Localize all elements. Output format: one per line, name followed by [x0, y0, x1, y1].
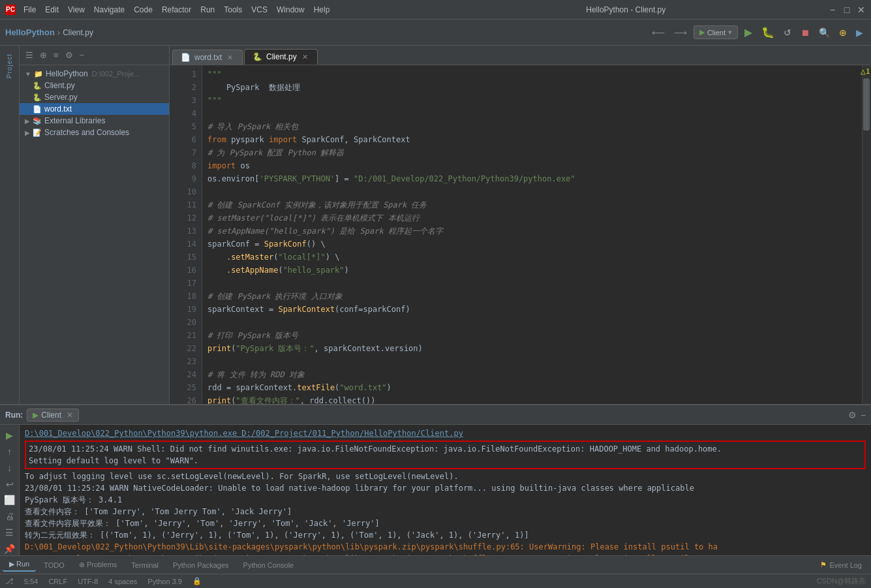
editor-tab-bar: 📄 word.txt ✕ 🐍 Client.py ✕: [170, 46, 871, 65]
code-content[interactable]: """ PySpark 数据处理 """ # 导入 PySpark 相关包 fr…: [202, 65, 862, 404]
menu-window[interactable]: Window: [273, 4, 309, 16]
panel-collapse-icon[interactable]: ≡: [52, 49, 61, 61]
tab-word-txt-close[interactable]: ✕: [226, 54, 234, 62]
run-panel-header: Run: ▶ Client ✕ ⚙ −: [0, 405, 871, 425]
tree-file-server-label: Server.py: [44, 93, 78, 102]
run-tab[interactable]: ▶ Client ✕: [27, 409, 79, 422]
run-restart-button[interactable]: ▶: [3, 429, 17, 442]
run-pin-button[interactable]: 📌: [3, 542, 17, 555]
code-editor[interactable]: 12345 678910 1112131415 1617181920 21222…: [170, 65, 862, 404]
tree-external-libs[interactable]: ▶ 📚 External Libraries: [20, 115, 169, 127]
menu-edit[interactable]: Edit: [41, 4, 63, 16]
tree-arrow-root: ▼: [25, 70, 31, 78]
bottom-tab-problems-label: ⊕ Problems: [79, 561, 117, 569]
run-output-cmd[interactable]: D:\001_Develop\022_Python\Python39\pytho…: [25, 427, 866, 439]
window-title: HelloPython - Client.py: [424, 5, 829, 14]
run-output-warn-box: 23/08/01 11:25:24 WARN Shell: Did not fi…: [25, 441, 866, 469]
main-toolbar: HelloPython › Client.py ⟵ ⟶ ▶ Client ▾ ▶…: [0, 20, 871, 46]
search-icon[interactable]: 🔍: [816, 26, 833, 39]
bottom-tab-python-console-label: Python Console: [243, 561, 294, 569]
menu-run[interactable]: Run: [196, 4, 219, 16]
run-config-dropdown[interactable]: ▶ Client ▾: [694, 25, 738, 39]
run-close-icon[interactable]: −: [861, 410, 866, 420]
bottom-tab-terminal[interactable]: Terminal: [125, 559, 165, 571]
run-label: Run:: [5, 410, 23, 420]
run-button[interactable]: ▶: [742, 25, 755, 40]
bottom-tab-todo[interactable]: TODO: [37, 559, 71, 571]
py-file-icon-2: 🐍: [33, 93, 42, 102]
debug-button[interactable]: 🐛: [759, 25, 777, 40]
project-tree: ▼ 📁 HelloPython D:\002_Proje... 🐍 Client…: [20, 65, 169, 404]
panel-close-icon[interactable]: −: [78, 49, 87, 61]
breadcrumb-file[interactable]: Client.py: [63, 28, 93, 37]
navigate-forward-icon[interactable]: ⟶: [671, 26, 690, 39]
editor-area: 📄 word.txt ✕ 🐍 Client.py ✕ 12345 678910 …: [170, 46, 871, 404]
minimize-button[interactable]: −: [828, 5, 837, 14]
run-clear-button[interactable]: ⬜: [3, 493, 17, 507]
menu-bar: File Edit View Navigate Code Refactor Ru…: [20, 4, 424, 16]
project-panel: ☰ ⊕ ≡ ⚙ − ▼ 📁 HelloPython D:\002_Proje..…: [20, 46, 170, 404]
bottom-tab-python-packages[interactable]: Python Packages: [166, 559, 236, 571]
ext-lib-icon: 📚: [33, 117, 42, 125]
panel-sync-icon[interactable]: ⊕: [38, 49, 49, 61]
status-bar: ⎇ 5:54 CRLF UTF-8 4 spaces Python 3.9 🔒 …: [0, 574, 871, 588]
tab-client-py[interactable]: 🐍 Client.py ✕: [244, 49, 318, 65]
bottom-tab-todo-label: TODO: [44, 561, 65, 569]
status-git-icon: ⎇: [5, 577, 14, 585]
code-editor-wrapper: 12345 678910 1112131415 1617181920 21222…: [170, 65, 871, 404]
tab-word-txt[interactable]: 📄 word.txt ✕: [172, 50, 243, 65]
run-filter-button[interactable]: ☰: [3, 526, 17, 540]
status-lang[interactable]: Python 3.9: [147, 578, 182, 585]
add-bookmark-icon[interactable]: ⊕: [836, 26, 849, 39]
status-crlf[interactable]: CRLF: [48, 578, 67, 585]
project-panel-icon[interactable]: Project: [4, 51, 15, 81]
rebuild-icon[interactable]: ↺: [781, 26, 794, 39]
line-numbers: 12345 678910 1112131415 1617181920 21222…: [170, 65, 202, 404]
warning-indicator[interactable]: △1: [861, 68, 870, 75]
run-output-line-6: 查看文件内容： ['Tom Jerry', 'Tom Jerry Tom', '…: [25, 506, 866, 518]
bottom-tab-event-log[interactable]: ⚑ Event Log: [814, 559, 868, 571]
run-output-line-3: To adjust logging level use sc.setLogLev…: [25, 471, 866, 482]
menu-refactor[interactable]: Refactor: [158, 4, 195, 16]
bottom-tab-run[interactable]: ▶ Run: [3, 558, 36, 572]
maximize-button[interactable]: □: [842, 5, 851, 14]
menu-help[interactable]: Help: [310, 4, 334, 16]
tree-file-server[interactable]: 🐍 Server.py: [20, 91, 169, 103]
menu-code[interactable]: Code: [130, 4, 157, 16]
menu-file[interactable]: File: [20, 4, 40, 16]
run-settings-icon[interactable]: ⚙: [848, 410, 857, 420]
tree-arrow-ext: ▶: [25, 117, 30, 125]
run-tab-close[interactable]: ✕: [67, 410, 73, 420]
status-line-col[interactable]: 5:54: [24, 578, 38, 585]
tree-root-folder[interactable]: ▼ 📁 HelloPython D:\002_Proje...: [20, 68, 169, 80]
status-encoding[interactable]: UTF-8: [78, 578, 98, 585]
tab-client-py-close[interactable]: ✕: [301, 53, 309, 61]
scratch-icon: 📝: [33, 129, 42, 137]
bottom-tab-python-console[interactable]: Python Console: [237, 559, 301, 571]
panel-settings-icon[interactable]: ⚙: [63, 49, 75, 61]
breadcrumb-separator: ›: [57, 27, 60, 37]
breadcrumb-project[interactable]: HelloPython: [5, 27, 55, 37]
menu-navigate[interactable]: Navigate: [90, 4, 129, 16]
run-scroll-up-button[interactable]: ↑: [3, 445, 17, 459]
close-button[interactable]: ✕: [857, 5, 866, 14]
run-scroll-down-button[interactable]: ↓: [3, 461, 17, 475]
menu-view[interactable]: View: [64, 4, 89, 16]
tree-file-word[interactable]: 📄 word.txt: [20, 103, 169, 115]
menu-tools[interactable]: Tools: [220, 4, 246, 16]
menu-vcs[interactable]: VCS: [247, 4, 271, 16]
stop-icon[interactable]: ⏹: [798, 26, 812, 39]
run-soft-wrap-button[interactable]: ↩: [3, 477, 17, 491]
status-indent[interactable]: 4 spaces: [108, 578, 137, 585]
tree-file-client[interactable]: 🐍 Client.py: [20, 80, 169, 91]
panel-menu-icon[interactable]: ☰: [23, 49, 35, 61]
tree-file-word-label: word.txt: [44, 104, 72, 114]
tab-word-txt-icon: 📄: [181, 53, 191, 62]
navigate-back-icon[interactable]: ⟵: [649, 26, 667, 39]
run-print-button[interactable]: 🖨: [3, 510, 17, 523]
forward-icon[interactable]: ▶: [853, 26, 866, 39]
tree-scratches[interactable]: ▶ 📝 Scratches and Consoles: [20, 127, 169, 138]
breadcrumb: HelloPython › Client.py: [5, 27, 93, 37]
run-output-line-8: 转为二元元组效果： [('Tom', 1), ('Jerry', 1), ('T…: [25, 529, 866, 541]
bottom-tab-problems[interactable]: ⊕ Problems: [72, 559, 124, 571]
